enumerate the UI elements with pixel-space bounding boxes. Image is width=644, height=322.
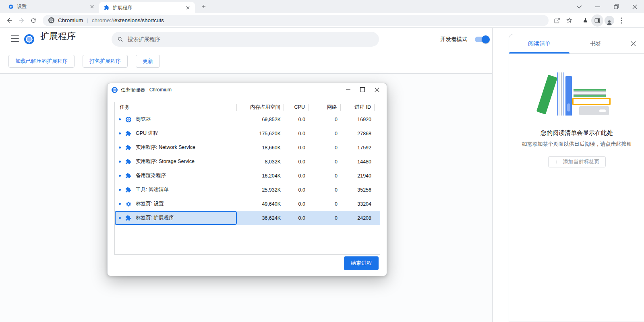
new-tab-button[interactable]: [198, 1, 209, 12]
table-row[interactable]: 实用程序: Network Service 18,660K 0.0 0 1759…: [115, 140, 380, 155]
network-value: 0: [309, 145, 341, 151]
puzzle-icon: [125, 187, 131, 193]
column-header-memory[interactable]: 内存占用空间: [237, 104, 284, 111]
task-name: 标签页: 扩展程序: [136, 215, 174, 221]
table-row[interactable]: 标签页: 设置 49,640K 0.0 0 33204: [115, 197, 380, 211]
plus-icon: [554, 159, 559, 165]
flask-icon[interactable]: [579, 14, 591, 27]
back-icon[interactable]: [3, 14, 15, 27]
side-panel-icon[interactable]: [591, 14, 603, 27]
column-header-network[interactable]: 网络: [309, 104, 341, 111]
memory-value: 69,852K: [237, 117, 284, 122]
column-header-cpu[interactable]: CPU: [284, 104, 309, 111]
extensions-header: 扩展程序 开发者模式 加载已解压的扩展程序 打包扩展程序 更新: [0, 28, 492, 74]
browser-toolbar: Chromium | chrome://extensions/shortcuts: [0, 13, 644, 28]
page-title: 扩展程序: [40, 30, 78, 42]
add-button-label: 添加当前标签页: [563, 158, 600, 165]
tab-bookmarks[interactable]: 书签: [569, 34, 622, 53]
pid-value: 27868: [341, 131, 375, 136]
profile-avatar[interactable]: [603, 14, 615, 27]
memory-value: 16,204K: [237, 173, 284, 179]
column-header-pid[interactable]: 进程 ID: [341, 104, 375, 111]
column-header-task[interactable]: 任务: [115, 104, 237, 111]
task-table-header: 任务 内存占用空间 CPU 网络 进程 ID: [115, 102, 380, 112]
table-row[interactable]: 浏览器 69,852K 0.0 0 16920: [115, 112, 380, 126]
task-table: 任务 内存占用空间 CPU 网络 进程 ID 浏览器 69,852K 0.0 0: [114, 102, 380, 255]
address-bar[interactable]: Chromium | chrome://extensions/shortcuts: [43, 15, 549, 26]
empty-state-subtitle: 如需添加某个页面以供日后阅读，请点击此按钮: [509, 140, 644, 148]
chromium-icon: [125, 116, 131, 122]
network-value: 0: [309, 131, 341, 136]
memory-value: 18,660K: [237, 145, 284, 151]
site-favicon: [48, 17, 54, 23]
cpu-value: 0.0: [284, 159, 309, 165]
toolbar-actions: [551, 14, 627, 27]
restore-icon[interactable]: [607, 0, 625, 13]
minimize-icon[interactable]: [341, 84, 355, 96]
chromium-logo: [24, 34, 34, 44]
dialog-title: 任务管理器 - Chromium: [121, 87, 341, 93]
reload-icon[interactable]: [27, 14, 39, 27]
task-name: 备用渲染程序: [136, 172, 166, 179]
network-value: 0: [309, 187, 341, 193]
url-path: extensions/shortcuts: [114, 17, 164, 23]
network-value: 0: [309, 159, 341, 165]
task-name: 实用程序: Storage Service: [136, 158, 195, 165]
yellow-book: [572, 98, 611, 105]
table-row[interactable]: GPU 进程 175,620K 0.0 0 27868: [115, 126, 380, 140]
network-value: 0: [309, 117, 341, 122]
activity-dot-icon: [119, 175, 121, 177]
update-button[interactable]: 更新: [136, 55, 160, 68]
pid-value: 35256: [341, 187, 375, 193]
tab-settings[interactable]: 设置: [3, 0, 99, 13]
search-input[interactable]: [128, 36, 358, 42]
activity-dot-icon: [119, 118, 121, 120]
minimize-icon[interactable]: [588, 0, 607, 13]
activity-dot-icon: [119, 189, 121, 191]
menu-dots-icon[interactable]: [615, 14, 627, 27]
activity-dot-icon: [119, 161, 121, 163]
table-row[interactable]: 实用程序: Storage Service 8,032K 0.0 0 14480: [115, 155, 380, 169]
green-book: [536, 75, 557, 115]
pid-value: 16920: [341, 117, 375, 122]
share-icon[interactable]: [551, 14, 563, 27]
chromium-logo: [112, 87, 118, 93]
close-icon[interactable]: [625, 0, 644, 13]
load-unpacked-button[interactable]: 加载已解压的扩展程序: [8, 55, 75, 68]
cpu-value: 0.0: [284, 131, 309, 136]
tab-close-icon[interactable]: [89, 4, 95, 10]
network-value: 0: [309, 215, 341, 221]
tab-reading-list[interactable]: 阅读清单: [509, 34, 569, 53]
table-row[interactable]: 标签页: 扩展程序 36,624K 0.0 0 24208: [115, 211, 380, 225]
cpu-value: 0.0: [284, 201, 309, 207]
task-name: 实用程序: Network Service: [136, 144, 195, 151]
add-current-tab-button[interactable]: 添加当前标签页: [548, 156, 606, 167]
forward-icon[interactable]: [15, 14, 27, 27]
network-value: 0: [309, 173, 341, 179]
tab-extensions[interactable]: 扩展程序: [99, 2, 195, 13]
chevron-down-icon[interactable]: [570, 0, 588, 13]
cpu-value: 0.0: [284, 145, 309, 151]
puzzle-icon: [125, 130, 131, 136]
close-icon[interactable]: [370, 84, 384, 96]
extensions-search[interactable]: [112, 32, 379, 47]
pid-value: 17592: [341, 145, 375, 151]
puzzle-icon: [125, 173, 131, 179]
striped-book: [557, 72, 564, 116]
end-process-button[interactable]: 结束进程: [344, 256, 379, 270]
table-row[interactable]: 备用渲染程序 16,204K 0.0 0 21940: [115, 169, 380, 183]
table-row[interactable]: 工具: 阅读清单 25,932K 0.0 0 35256: [115, 183, 380, 197]
hamburger-menu-icon[interactable]: [11, 35, 19, 42]
site-label: Chromium: [58, 17, 83, 23]
tab-title: 扩展程序: [113, 4, 184, 11]
maximize-icon[interactable]: [355, 84, 370, 96]
stacked-pages: [574, 89, 606, 97]
pid-value: 24208: [341, 215, 375, 221]
dev-mode-toggle[interactable]: [475, 37, 489, 42]
pack-extension-button[interactable]: 打包扩展程序: [83, 55, 128, 68]
url-scheme: chrome://: [92, 17, 114, 23]
tab-close-icon[interactable]: [184, 4, 191, 11]
bookmark-star-icon[interactable]: [563, 14, 575, 27]
close-icon[interactable]: [622, 34, 644, 53]
task-rows: 浏览器 69,852K 0.0 0 16920 GPU 进程 175,620K: [115, 112, 380, 225]
